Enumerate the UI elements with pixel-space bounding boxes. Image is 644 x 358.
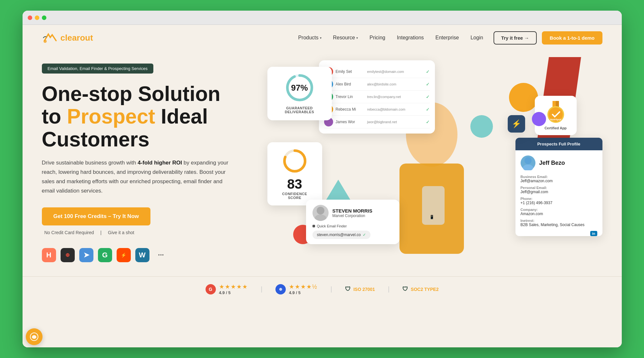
linkedin-badge[interactable]: in (590, 231, 597, 236)
browser-titlebar (23, 11, 622, 25)
footer-ratings: G ★★★★★ 4.9 / 5 | ⊕ ★★★★½ 4.9 / 5 | 🛡 IS… (23, 276, 622, 302)
email-chip: steven.morris@marvel.co ✓ (312, 231, 370, 239)
hubspot-icon[interactable]: H (42, 248, 56, 262)
logo-out: out (80, 33, 93, 43)
navbar: clearout Products ▾ Resource ▾ Pricing I… (23, 25, 622, 51)
desc-pre: Drive sustainable business growth with (42, 160, 138, 166)
personal-email-value: Jeff@gmail.com (521, 190, 597, 194)
email-check: ✓ (426, 119, 430, 124)
profile-phone: Phone: +1 (216) 496-3937 (521, 197, 597, 205)
capterra-rating: ⊕ ★★★★½ 4.9 / 5 (275, 283, 318, 295)
cta-divider: | (100, 230, 101, 235)
company-value: Amazon.com (521, 212, 597, 216)
finder-badge: Quick Email Finder (312, 224, 393, 228)
chat-icon[interactable] (26, 328, 43, 345)
score-number: 83 (274, 176, 316, 192)
email-check: ✓ (426, 107, 430, 112)
divider: | (331, 285, 332, 293)
email-row: Rebecca Mi rebecca@bldomain.com ✓ (324, 103, 430, 116)
sheets-icon[interactable]: G (98, 248, 112, 262)
cta-sub1: No Credit Card Required (44, 230, 94, 235)
email-row: James Wor jwor@bigbrand.net ✓ (324, 116, 430, 128)
title-line3: Customers (42, 128, 149, 151)
close-button[interactable] (28, 15, 32, 20)
nav-products[interactable]: Products ▾ (298, 35, 321, 41)
nav-integrations[interactable]: Integrations (397, 35, 424, 41)
desc-bold: 4-fold higher ROI (138, 160, 182, 166)
profile-body: Jeff Bezo Business Email: Jeff@amazon.co… (515, 150, 602, 235)
capterra-logo: ⊕ (275, 284, 286, 294)
email-addr: rebecca@bldomain.com (367, 107, 423, 111)
confidence-score-card: 83 CONFIDENCESCORE (267, 142, 322, 205)
hubspot-medal: HubSpot (546, 101, 565, 124)
tube-icon[interactable]: ⊕ (61, 248, 75, 262)
interest-label: Inetrest: (521, 219, 597, 223)
deliverables-progress: 97% (285, 73, 314, 102)
svg-text:📱: 📱 (429, 214, 434, 219)
profile-interest: Inetrest: B2B Sales, Marketing, Social C… (521, 219, 597, 227)
nav-links: Products ▾ Resource ▾ Pricing Integratio… (298, 35, 483, 41)
cta-subtitle: No Credit Card Required | Give it a shot (42, 230, 261, 235)
finder-label: Quick Email Finder (317, 224, 347, 228)
hero-title: One-stop Solution to Prospect Ideal Cust… (42, 83, 261, 151)
phone-label: Phone: (521, 197, 597, 201)
deliverables-card: 97% GUARANTEEDDELIVERABLES (267, 67, 332, 120)
company-label: Company: (521, 208, 597, 212)
deliverables-label: GUARANTEEDDELIVERABLES (274, 106, 325, 114)
divider: | (388, 285, 389, 293)
nav-login[interactable]: Login (470, 35, 483, 41)
logo[interactable]: clearout (42, 32, 93, 44)
title-line2: to Prospect Ideal (42, 105, 208, 128)
svg-text:HubSpot: HubSpot (550, 118, 561, 121)
iso-badge: 🛡 ISO 27001 (345, 286, 375, 293)
email-addr: emilytest@domain.com (367, 70, 423, 74)
zapier-icon[interactable]: ⚡ (117, 248, 131, 262)
profile-name: Jeff Bezo (539, 160, 565, 166)
iso-label: ISO 27001 (353, 287, 375, 292)
maximize-button[interactable] (42, 15, 46, 20)
logo-text: clearout (61, 33, 93, 43)
nav-resource[interactable]: Resource ▾ (333, 35, 358, 41)
cta-sub2: Give it a shot (108, 230, 134, 235)
svg-point-17 (523, 164, 533, 170)
deliverables-pct: 97% (291, 83, 308, 93)
nav-pricing[interactable]: Pricing (370, 35, 385, 41)
nav-enterprise[interactable]: Enterprise (436, 35, 459, 41)
profile-header: Prospects Full Profile (515, 138, 602, 150)
svg-point-16 (524, 157, 532, 164)
wordpress-icon[interactable]: W (135, 248, 149, 262)
hero-badge: Email Validation, Email Finder & Prospec… (42, 64, 153, 74)
send-icon[interactable]: ➤ (79, 248, 93, 262)
email-check: ✓ (426, 82, 430, 87)
email-check: ✓ (426, 69, 430, 74)
svg-point-0 (43, 40, 47, 43)
email-row: Trevor Lin trev.lin@company.net ✓ (324, 91, 430, 103)
g2-stars: ★★★★★ (219, 283, 248, 290)
svg-point-14 (317, 207, 324, 214)
steven-morris-card: STEVEN MORRIS Marvel Corporation Quick E… (306, 200, 399, 244)
shield-icon-2: 🛡 (402, 286, 408, 293)
profile-biz-email: Business Email: Jeff@amazon.com (521, 175, 597, 183)
hero-description: Drive sustainable business growth with 4… (42, 158, 229, 196)
profile-avatar (521, 155, 535, 170)
title-pre: to (42, 105, 67, 128)
soc2-label: SOC2 TYPE2 (411, 287, 438, 292)
finder-dot (312, 225, 315, 227)
title-highlight: Prospect (67, 105, 155, 128)
personal-email-label: Personal Email: (521, 186, 597, 190)
profile-company: Company: Amazon.com (521, 208, 597, 216)
divider: | (261, 285, 263, 293)
title-post: Ideal (155, 105, 208, 128)
minimize-button[interactable] (35, 15, 39, 20)
more-integrations[interactable]: ··· (154, 248, 168, 262)
email-row: Emily Set emilytest@domain.com ✓ (324, 65, 430, 78)
hubspot-cert-label: Certified App (540, 126, 572, 130)
hero-section: Email Validation, Email Finder & Prospec… (23, 51, 622, 276)
browser-window: clearout Products ▾ Resource ▾ Pricing I… (23, 11, 622, 347)
email-name: James Wor (336, 120, 365, 124)
cta-button[interactable]: Get 100 Free Credits – Try It Now (42, 207, 150, 225)
deco-purple-circle (532, 112, 546, 126)
try-free-button[interactable]: Try it free → (494, 31, 537, 45)
book-demo-button[interactable]: Book a 1-to-1 demo (542, 31, 602, 45)
email-chip-text: steven.morris@marvel.co (317, 233, 361, 237)
